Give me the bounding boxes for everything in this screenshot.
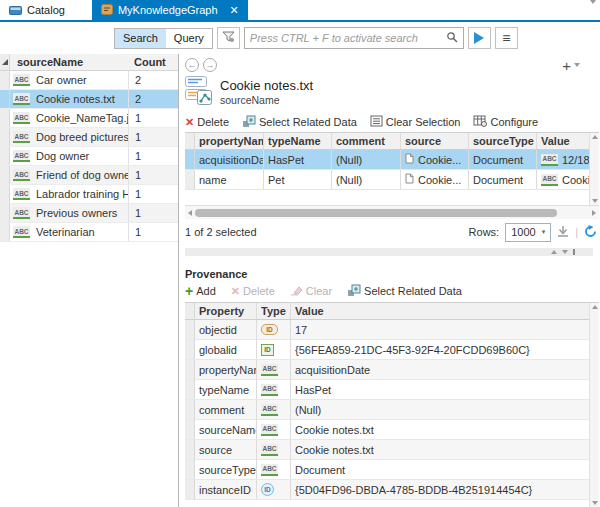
splitter-handle[interactable] [573,249,575,255]
table-row[interactable]: source ABC Cookie notes.txt [185,440,599,460]
search-toolbar: Search Query ≡ [0,22,600,54]
entity-detail-panel: ← → + [179,54,600,507]
refresh-button[interactable] [584,225,597,240]
tab-catalog-label: Catalog [27,4,65,16]
select-related-icon [242,115,256,130]
column-header-count[interactable]: Count [128,56,178,68]
run-search-button[interactable] [468,27,491,49]
table-row[interactable]: name Pet (Null) Cookie... Document ABC C… [185,170,599,190]
table-row[interactable]: globalid ID {56FEA859-21DC-45F3-92F4-20F… [185,340,599,360]
rows-label: Rows: [469,226,500,238]
list-item[interactable]: ABCLabrador training HQ 1 [0,185,178,204]
list-item[interactable]: ABCVeterinarian 1 [0,223,178,242]
list-item-selected[interactable]: ABCCookie notes.txt 2 [0,90,178,109]
select-related-data-button[interactable]: Select Related Data [347,284,462,299]
filter-button[interactable] [217,27,240,49]
back-button[interactable]: ← [185,58,199,72]
provenance-title: Provenance [185,268,600,280]
delete-button[interactable]: ✕ Delete [185,116,229,129]
scrollbar-thumb[interactable] [195,209,557,217]
text-type-icon: ABC [261,364,278,376]
table-row[interactable]: sourceType ABC Document [185,460,599,480]
column-header-property[interactable]: Property [195,303,257,319]
eraser-icon [290,285,303,298]
column-header-typename[interactable]: typeName [264,133,332,149]
text-type-icon: ABC [261,464,278,476]
forward-button[interactable]: → [203,58,217,72]
column-header-source[interactable]: source [401,133,469,149]
tab-catalog[interactable]: Catalog [0,0,74,20]
add-record-button[interactable]: + [562,58,580,73]
column-header-sourcename[interactable]: sourceName [10,56,128,68]
entity-type-icon [185,76,213,108]
delete-button-disabled[interactable]: ✕ Delete [231,285,275,298]
table-row[interactable]: sourceName ABC Cookie notes.txt [185,420,599,440]
page-title: Cookie notes.txt [220,78,313,93]
list-item[interactable]: ABCFriend of dog owner 1 [0,166,178,185]
export-button[interactable] [557,225,569,239]
text-type-icon: ABC [13,112,30,124]
clear-button-disabled[interactable]: Clear [290,285,332,298]
list-item[interactable]: ABCPrevious owners 1 [0,204,178,223]
table-row[interactable]: instanceID ID {5D04FD96-DBDA-4785-BDDB-4… [185,480,599,500]
tab-overflow-chevron-icon[interactable] [590,4,596,16]
table-row-selected[interactable]: acquisitionDate HasPet (Null) Cookie... … [185,150,599,170]
search-mode-button[interactable]: Search [115,29,166,48]
clear-selection-button[interactable]: Clear Selection [370,115,461,129]
configure-button[interactable]: Configure [473,115,538,129]
text-type-icon: ABC [541,174,558,186]
table-status-bar: 1 of 2 selected Rows: 1000 ▾ | [185,219,599,245]
list-item[interactable]: ABCDog breed pictures 1 [0,128,178,147]
app-window: Catalog MyKnowledgeGraph ✕ Search Query [0,0,600,507]
list-item[interactable]: ABCCookie_NameTag.jpg 1 [0,109,178,128]
scroll-left-icon[interactable] [188,210,192,216]
tab-myknowledgegraph[interactable]: MyKnowledgeGraph ✕ [92,0,248,20]
configure-table-icon [473,115,487,129]
vertical-scrollbar[interactable] [589,303,599,507]
panel-splitter[interactable] [185,248,593,256]
search-box [244,27,464,49]
text-type-icon: ABC [541,154,558,166]
rows-limit-dropdown[interactable]: 1000 ▾ [505,223,551,242]
search-options-button[interactable]: ≡ [495,27,518,49]
column-header-propertyname[interactable]: propertyName [195,133,264,149]
text-type-icon: ABC [13,226,30,238]
current-row-icon [2,59,8,65]
menu-icon: ≡ [502,31,510,45]
table-row[interactable]: objectid ID 17 [185,320,599,340]
vertical-scrollbar[interactable] [589,133,599,205]
column-header-type[interactable]: Type [257,303,291,319]
document-icon [405,153,414,166]
scroll-right-icon[interactable] [592,210,596,216]
column-header-comment[interactable]: comment [332,133,401,149]
column-header-value[interactable]: Value [291,303,599,319]
list-item[interactable]: ABCDog owner 1 [0,147,178,166]
add-button[interactable]: + Add [185,284,216,298]
table-row[interactable]: propertyName ABC acquisitionDate [185,360,599,380]
select-related-data-button[interactable]: Select Related Data [242,115,357,130]
splitter-down-icon[interactable] [562,250,568,254]
list-item[interactable]: ABCCar owner 2 [0,71,178,90]
text-type-icon: ABC [261,444,278,456]
horizontal-scrollbar[interactable] [185,206,599,219]
plus-icon: + [185,284,193,298]
tab-myknowledgegraph-label: MyKnowledgeGraph [118,4,218,16]
source-list-header: sourceName Count [0,54,178,71]
splitter-up-icon[interactable] [551,250,557,254]
text-type-icon: ABC [261,384,278,396]
provenance-table: Property Type Value objectid ID 17 globa… [185,302,599,507]
search-input[interactable] [250,32,446,44]
provenance-toolbar: + Add ✕ Delete Clear Selec [185,280,600,302]
catalog-icon [9,4,22,17]
query-mode-button[interactable]: Query [166,29,212,48]
delete-x-icon: ✕ [185,116,194,129]
source-list-panel: sourceName Count ABCCar owner 2 ABCCooki… [0,54,179,507]
table-row[interactable]: comment ABC (Null) [185,400,599,420]
back-icon: ← [188,60,197,70]
close-icon[interactable]: ✕ [230,4,239,17]
table-row[interactable]: typeName ABC HasPet [185,380,599,400]
column-header-sourcetype[interactable]: sourceType [469,133,537,149]
clear-selection-icon [370,115,383,129]
search-query-toggle: Search Query [114,28,213,49]
play-icon [474,32,484,44]
